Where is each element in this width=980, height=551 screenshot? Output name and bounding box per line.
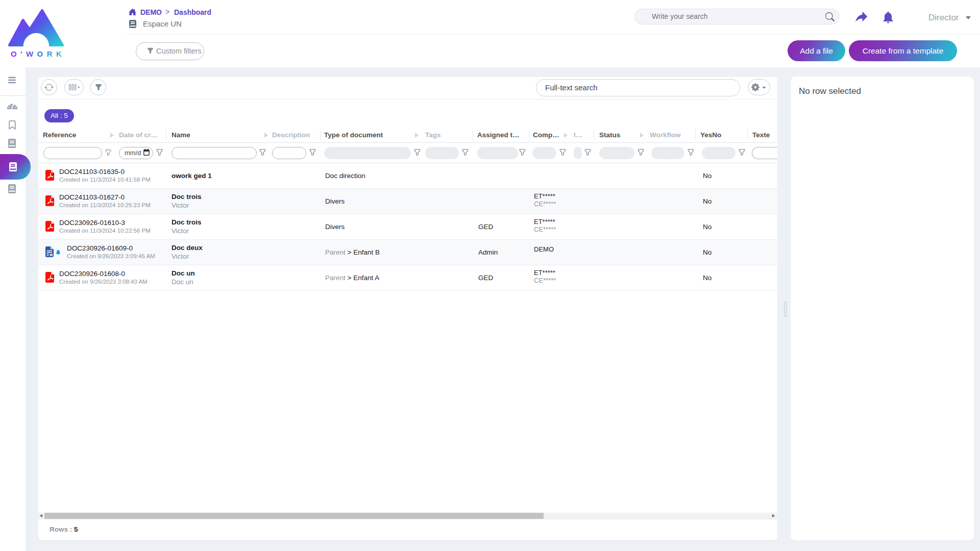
svg-text:O'WORK: O'WORK <box>11 49 64 58</box>
